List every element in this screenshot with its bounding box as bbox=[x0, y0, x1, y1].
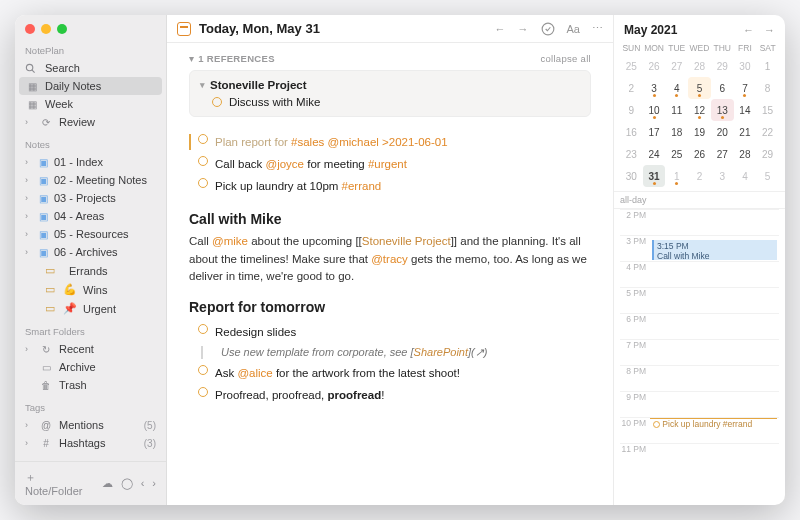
timeline-event[interactable]: Pick up laundry #errand bbox=[650, 418, 777, 429]
folder-item[interactable]: › ▣ 01 - Index bbox=[15, 153, 166, 171]
cal-next-button[interactable]: → bbox=[764, 24, 775, 36]
calendar-day[interactable]: 8 bbox=[756, 77, 779, 99]
task-bullet[interactable] bbox=[198, 134, 208, 144]
task-line[interactable]: Plan report for #sales @michael >2021-06… bbox=[189, 131, 591, 153]
task-line[interactable]: Call back @joyce for meeting #urgent bbox=[189, 153, 591, 175]
calendar-day[interactable]: 2 bbox=[620, 77, 643, 99]
calendar-day[interactable]: 19 bbox=[688, 121, 711, 143]
smart-folder-item[interactable]: ▭ Archive bbox=[15, 358, 166, 376]
folder-item[interactable]: › ▣ 04 - Areas bbox=[15, 207, 166, 225]
calendar-day[interactable]: 22 bbox=[756, 121, 779, 143]
nav-review[interactable]: › ⟳ Review bbox=[15, 113, 166, 131]
calendar-day[interactable]: 1 bbox=[756, 55, 779, 77]
smart-folder-item[interactable]: 🗑 Trash bbox=[15, 376, 166, 394]
task-line[interactable]: Redesign slides bbox=[189, 321, 591, 343]
calendar-day[interactable]: 25 bbox=[665, 143, 688, 165]
calendar-day[interactable]: 5 bbox=[756, 165, 779, 187]
calendar-day[interactable]: 29 bbox=[756, 143, 779, 165]
calendar-day[interactable]: 10 bbox=[643, 99, 666, 121]
day-timeline[interactable]: 2 PM 3 PM 3:15 PMCall with Mike 4 PM 5 P… bbox=[614, 209, 785, 505]
task-bullet[interactable] bbox=[198, 324, 208, 334]
tag-item[interactable]: › # Hashtags (3) bbox=[15, 434, 166, 452]
text-style-button[interactable]: Aa bbox=[567, 23, 580, 35]
today-icon[interactable] bbox=[177, 22, 191, 36]
calendar-day[interactable]: 7 bbox=[734, 77, 757, 99]
references-header[interactable]: ▾ 1 REFERENCES collapse all bbox=[189, 53, 591, 64]
nav-week[interactable]: ▦ Week bbox=[15, 95, 166, 113]
more-button[interactable]: ⋯ bbox=[592, 22, 603, 35]
paragraph[interactable]: Call @mike about the upcoming [[Stonevil… bbox=[189, 233, 591, 285]
folder-item[interactable]: › ▣ 06 - Archives bbox=[15, 243, 166, 261]
calendar-day[interactable]: 3 bbox=[643, 77, 666, 99]
nav-daily-notes[interactable]: ▦ Daily Notes bbox=[19, 77, 162, 95]
calendar-day[interactable]: 23 bbox=[620, 143, 643, 165]
calendar-day[interactable]: 5 bbox=[688, 77, 711, 99]
calendar-day[interactable]: 27 bbox=[711, 143, 734, 165]
complete-toggle-button[interactable] bbox=[541, 22, 555, 36]
calendar-day[interactable]: 18 bbox=[665, 121, 688, 143]
calendar-day[interactable]: 9 bbox=[620, 99, 643, 121]
timeline-event[interactable]: 3:15 PMCall with Mike bbox=[652, 240, 777, 260]
calendar-day[interactable]: 16 bbox=[620, 121, 643, 143]
calendar-day[interactable]: 28 bbox=[734, 143, 757, 165]
calendar-day[interactable]: 31 bbox=[643, 165, 666, 187]
calendar-day[interactable]: 4 bbox=[665, 77, 688, 99]
calendar-day[interactable]: 3 bbox=[711, 165, 734, 187]
task-line[interactable]: Ask @alice for the artwork from the late… bbox=[189, 362, 591, 384]
calendar-day[interactable]: 6 bbox=[711, 77, 734, 99]
note-item[interactable]: ▭ 📌 Urgent bbox=[15, 299, 166, 318]
smart-folder-item[interactable]: › ↻ Recent bbox=[15, 340, 166, 358]
calendar-day[interactable]: 11 bbox=[665, 99, 688, 121]
collapse-all-button[interactable]: collapse all bbox=[540, 53, 591, 64]
note-item[interactable]: ▭ 💪 Wins bbox=[15, 280, 166, 299]
tag-item[interactable]: › @ Mentions (5) bbox=[15, 416, 166, 434]
calendar-day[interactable]: 30 bbox=[734, 55, 757, 77]
folder-icon: ▣ bbox=[39, 229, 48, 240]
calendar-day[interactable]: 28 bbox=[688, 55, 711, 77]
folder-item[interactable]: › ▣ 05 - Resources bbox=[15, 225, 166, 243]
calendar-day[interactable]: 21 bbox=[734, 121, 757, 143]
nav-back[interactable]: ‹ bbox=[141, 477, 145, 490]
close-icon[interactable] bbox=[25, 24, 35, 34]
reference-title[interactable]: Stoneville Project bbox=[210, 79, 307, 91]
calendar-day[interactable]: 4 bbox=[734, 165, 757, 187]
calendar-day[interactable]: 13 bbox=[711, 99, 734, 121]
calendar-day[interactable]: 26 bbox=[688, 143, 711, 165]
calendar-day[interactable]: 14 bbox=[734, 99, 757, 121]
note-item[interactable]: ▭ Errands bbox=[15, 261, 166, 280]
cal-prev-button[interactable]: ← bbox=[743, 24, 754, 36]
task-bullet[interactable] bbox=[198, 365, 208, 375]
zoom-icon[interactable] bbox=[57, 24, 67, 34]
calendar-day[interactable]: 30 bbox=[620, 165, 643, 187]
calendar-day[interactable]: 24 bbox=[643, 143, 666, 165]
inbox-icon[interactable]: ◯ bbox=[121, 477, 133, 490]
calendar-day[interactable]: 25 bbox=[620, 55, 643, 77]
calendar-day[interactable]: 20 bbox=[711, 121, 734, 143]
task-bullet[interactable] bbox=[198, 156, 208, 166]
calendar-day[interactable]: 17 bbox=[643, 121, 666, 143]
minimize-icon[interactable] bbox=[41, 24, 51, 34]
nav-fwd[interactable]: › bbox=[152, 477, 156, 490]
add-note-button[interactable]: ＋ Note/Folder bbox=[25, 470, 96, 497]
folder-item[interactable]: › ▣ 02 - Meeting Notes bbox=[15, 171, 166, 189]
calendar-day[interactable]: 1 bbox=[665, 165, 688, 187]
chevron-down-icon[interactable]: ▾ bbox=[200, 80, 205, 90]
cloud-icon[interactable]: ☁ bbox=[102, 477, 113, 490]
task-bullet[interactable] bbox=[198, 387, 208, 397]
task-line[interactable]: Proofread, proofread, proofread! bbox=[189, 384, 591, 406]
history-back-button[interactable]: ← bbox=[495, 23, 506, 35]
task-line[interactable]: Pick up laundry at 10pm #errand bbox=[189, 175, 591, 197]
task-bullet[interactable] bbox=[198, 178, 208, 188]
calendar-day[interactable]: 15 bbox=[756, 99, 779, 121]
calendar-day[interactable]: 2 bbox=[688, 165, 711, 187]
sub-note[interactable]: Use new template from corporate, see [Sh… bbox=[201, 346, 591, 359]
note-body[interactable]: ▾ 1 REFERENCES collapse all ▾ Stoneville… bbox=[167, 43, 613, 505]
calendar-day[interactable]: 12 bbox=[688, 99, 711, 121]
calendar-day[interactable]: 29 bbox=[711, 55, 734, 77]
history-fwd-button[interactable]: → bbox=[518, 23, 529, 35]
search-field[interactable]: Search bbox=[15, 59, 166, 77]
calendar-day[interactable]: 27 bbox=[665, 55, 688, 77]
task-bullet[interactable] bbox=[212, 97, 222, 107]
calendar-day[interactable]: 26 bbox=[643, 55, 666, 77]
folder-item[interactable]: › ▣ 03 - Projects bbox=[15, 189, 166, 207]
